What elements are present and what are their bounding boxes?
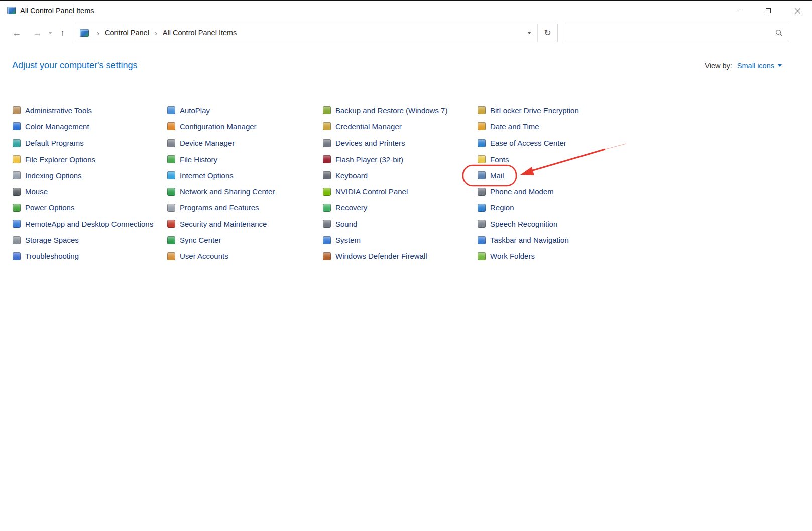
control-panel-item-label: Security and Maintenance [180, 220, 267, 228]
control-panel-item-storage-spaces[interactable]: Storage Spaces [12, 232, 167, 248]
control-panel-item-flash-player[interactable]: Flash Player (32-bit) [322, 151, 477, 167]
control-panel-item-autoplay[interactable]: AutoPlay [167, 102, 322, 118]
control-panel-item-system[interactable]: System [322, 232, 477, 248]
device-manager-icon [167, 139, 175, 147]
search-icon[interactable] [775, 29, 783, 37]
control-panel-item-label: Keyboard [335, 171, 368, 180]
close-button[interactable] [783, 1, 812, 21]
view-by-dropdown[interactable]: Small icons [737, 62, 782, 70]
control-panel-item-internet-options[interactable]: Internet Options [167, 167, 322, 183]
control-panel-item-taskbar-and-navigation[interactable]: Taskbar and Navigation [477, 232, 648, 248]
control-panel-item-troubleshooting[interactable]: Troubleshooting [12, 248, 167, 264]
control-panel-item-keyboard[interactable]: Keyboard [322, 167, 477, 183]
fonts-icon [478, 155, 486, 163]
control-panel-item-file-history[interactable]: File History [167, 151, 322, 167]
control-panel-item-label: File History [180, 155, 217, 164]
control-panel-item-credential-manager[interactable]: Credential Manager [322, 118, 477, 135]
sound-icon [323, 220, 331, 228]
control-panel-item-mouse[interactable]: Mouse [12, 183, 167, 199]
maximize-button[interactable] [754, 1, 783, 21]
control-panel-item-color-management[interactable]: Color Management [12, 118, 167, 135]
control-panel-item-ease-of-access-center[interactable]: Ease of Access Center [477, 135, 648, 151]
control-panel-item-sync-center[interactable]: Sync Center [167, 232, 322, 248]
address-dropdown-button[interactable] [521, 24, 537, 42]
credential-manager-icon [323, 122, 331, 130]
control-panel-item-file-explorer-options[interactable]: File Explorer Options [12, 151, 167, 167]
control-panel-item-bitlocker-drive-encryption[interactable]: BitLocker Drive Encryption [477, 102, 648, 118]
indexing-options-icon [13, 171, 21, 179]
control-panel-item-label: Credential Manager [335, 122, 402, 131]
search-input[interactable] [565, 24, 775, 42]
breadcrumb-all-control-panel-items[interactable]: All Control Panel Items [162, 27, 238, 38]
control-panel-item-label: NVIDIA Control Panel [335, 187, 408, 196]
annotation-overlay [0, 0, 812, 531]
control-panel-item-configuration-manager[interactable]: Configuration Manager [167, 118, 322, 135]
control-panel-item-remoteapp-desktop-connections[interactable]: RemoteApp and Desktop Connections [12, 216, 167, 232]
recent-pages-dropdown-icon[interactable] [48, 32, 52, 34]
windows-defender-firewall-icon [323, 252, 331, 260]
back-button[interactable]: ← [9, 28, 25, 38]
control-panel-item-label: Storage Spaces [25, 236, 79, 244]
control-panel-item-region[interactable]: Region [477, 200, 648, 216]
control-panel-item-label: RemoteApp and Desktop Connections [25, 220, 153, 228]
devices-and-printers-icon [323, 139, 331, 147]
control-panel-item-label: Device Manager [180, 139, 235, 147]
control-panel-item-date-and-time[interactable]: Date and Time [477, 118, 648, 135]
control-panel-item-indexing-options[interactable]: Indexing Options [12, 167, 167, 183]
control-panel-item-nvidia-control-panel[interactable]: NVIDIA Control Panel [322, 183, 477, 199]
control-panel-item-sound[interactable]: Sound [322, 216, 477, 232]
refresh-icon: ↻ [544, 28, 551, 38]
view-by-value: Small icons [737, 62, 774, 70]
sync-center-icon [167, 236, 175, 244]
mouse-icon [13, 188, 21, 196]
phone-and-modem-icon [478, 188, 486, 196]
region-icon [478, 204, 486, 212]
control-panel-item-label: BitLocker Drive Encryption [490, 106, 579, 115]
minimize-button[interactable] [725, 1, 754, 21]
close-icon [794, 8, 801, 14]
header-row: Adjust your computer's settings View by:… [12, 60, 782, 71]
control-panel-column: BitLocker Drive EncryptionDate and TimeE… [477, 102, 648, 264]
control-panel-column: Administrative ToolsColor ManagementDefa… [12, 102, 167, 264]
title-bar: All Control Panel Items [0, 0, 812, 20]
forward-button[interactable]: → [30, 28, 45, 38]
control-panel-item-fonts[interactable]: Fonts [477, 151, 648, 167]
control-panel-item-security-maintenance[interactable]: Security and Maintenance [167, 216, 322, 232]
control-panel-item-default-programs[interactable]: Default Programs [12, 135, 167, 151]
refresh-button[interactable]: ↻ [537, 24, 557, 42]
up-button[interactable]: ↑ [57, 28, 68, 37]
control-panel-item-devices-and-printers[interactable]: Devices and Printers [322, 135, 477, 151]
control-panel-item-device-manager[interactable]: Device Manager [167, 135, 322, 151]
speech-recognition-icon [478, 220, 486, 228]
control-panel-item-network-sharing-center[interactable]: Network and Sharing Center [167, 183, 322, 199]
control-panel-item-label: Taskbar and Navigation [490, 236, 569, 244]
control-panel-item-label: Speech Recognition [490, 220, 557, 228]
system-icon [323, 236, 331, 244]
control-panel-item-speech-recognition[interactable]: Speech Recognition [477, 216, 648, 232]
control-panel-item-label: Network and Sharing Center [180, 187, 275, 196]
control-panel-item-mail[interactable]: Mail [477, 167, 648, 183]
control-panel-item-label: Mouse [25, 187, 48, 196]
color-management-icon [13, 122, 21, 130]
breadcrumb-control-panel[interactable]: Control Panel [104, 27, 150, 38]
mail-icon [478, 171, 486, 179]
control-panel-item-label: User Accounts [180, 252, 228, 260]
keyboard-icon [323, 171, 331, 179]
taskbar-and-navigation-icon [478, 236, 486, 244]
control-panel-item-backup-and-restore[interactable]: Backup and Restore (Windows 7) [322, 102, 477, 118]
page-title: Adjust your computer's settings [12, 60, 138, 71]
control-panel-item-work-folders[interactable]: Work Folders [477, 248, 648, 264]
control-panel-item-recovery[interactable]: Recovery [322, 200, 477, 216]
control-panel-item-windows-defender-firewall[interactable]: Windows Defender Firewall [322, 248, 477, 264]
control-panel-item-user-accounts[interactable]: User Accounts [167, 248, 322, 264]
control-panel-item-power-options[interactable]: Power Options [12, 200, 167, 216]
control-panel-item-phone-and-modem[interactable]: Phone and Modem [477, 183, 648, 199]
control-panel-item-programs-and-features[interactable]: Programs and Features [167, 200, 322, 216]
network-sharing-center-icon [167, 188, 175, 196]
minimize-icon [736, 11, 742, 11]
control-panel-item-administrative-tools[interactable]: Administrative Tools [12, 102, 167, 118]
back-icon: ← [12, 28, 22, 38]
view-by-label: View by: [705, 62, 732, 70]
address-bar[interactable]: › Control Panel › All Control Panel Item… [75, 24, 558, 42]
control-panel-item-label: Sync Center [180, 236, 221, 244]
